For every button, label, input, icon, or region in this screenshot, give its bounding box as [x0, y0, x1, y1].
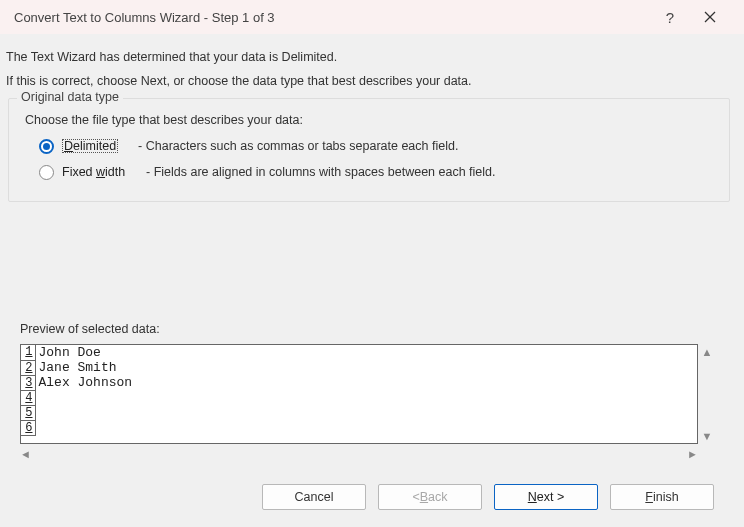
preview-box: 1John Doe2Jane Smith3Alex Johnson456 — [20, 344, 698, 444]
preview-area: 1John Doe2Jane Smith3Alex Johnson456 ▲ ▼ — [20, 344, 716, 444]
row-number: 4 — [21, 390, 35, 405]
row-value — [35, 420, 135, 435]
row-value: John Doe — [35, 345, 135, 360]
scroll-left-icon[interactable]: ◄ — [20, 448, 31, 460]
radio-fixed-indicator — [39, 165, 54, 180]
scroll-down-icon[interactable]: ▼ — [702, 430, 713, 442]
intro-text-2: If this is correct, choose Next, or choo… — [6, 74, 730, 88]
radio-delimited[interactable]: Delimited - Characters such as commas or… — [39, 135, 717, 157]
wizard-body: The Text Wizard has determined that your… — [0, 34, 744, 510]
finish-button[interactable]: Finish — [610, 484, 714, 510]
back-button[interactable]: < Back — [378, 484, 482, 510]
row-number: 1 — [21, 345, 35, 360]
choose-text: Choose the file type that best describes… — [25, 113, 717, 127]
row-number: 5 — [21, 405, 35, 420]
row-value: Jane Smith — [35, 360, 135, 375]
radio-delimited-desc: - Characters such as commas or tabs sepa… — [138, 139, 458, 153]
table-row: 1John Doe — [21, 345, 135, 360]
original-data-type-group: Original data type Choose the file type … — [8, 98, 730, 202]
cancel-button[interactable]: Cancel — [262, 484, 366, 510]
radio-delimited-label: Delimited — [62, 139, 118, 153]
scroll-up-icon[interactable]: ▲ — [702, 346, 713, 358]
table-row: 3Alex Johnson — [21, 375, 135, 390]
titlebar: Convert Text to Columns Wizard - Step 1 … — [0, 0, 744, 34]
close-button[interactable] — [690, 11, 730, 23]
wizard-buttons: Cancel < Back Next > Finish — [6, 462, 730, 510]
row-number: 2 — [21, 360, 35, 375]
radio-fixed-label: Fixed width — [62, 165, 146, 179]
scroll-right-icon[interactable]: ► — [687, 448, 698, 460]
row-number: 6 — [21, 420, 35, 435]
preview-table: 1John Doe2Jane Smith3Alex Johnson456 — [21, 345, 135, 436]
row-value: Alex Johnson — [35, 375, 135, 390]
row-value — [35, 405, 135, 420]
next-button[interactable]: Next > — [494, 484, 598, 510]
close-icon — [704, 11, 716, 23]
help-button[interactable]: ? — [650, 9, 690, 26]
table-row: 6 — [21, 420, 135, 435]
window-title: Convert Text to Columns Wizard - Step 1 … — [14, 10, 650, 25]
group-legend: Original data type — [17, 90, 123, 104]
row-value — [35, 390, 135, 405]
vertical-scrollbar[interactable]: ▲ ▼ — [698, 344, 716, 444]
radio-fixed-desc: - Fields are aligned in columns with spa… — [146, 165, 496, 179]
intro-text-1: The Text Wizard has determined that your… — [6, 50, 730, 64]
radio-fixed-width[interactable]: Fixed width - Fields are aligned in colu… — [39, 161, 717, 183]
table-row: 5 — [21, 405, 135, 420]
table-row: 4 — [21, 390, 135, 405]
row-number: 3 — [21, 375, 35, 390]
horizontal-scrollbar[interactable]: ◄ ► — [20, 446, 698, 462]
radio-delimited-indicator — [39, 139, 54, 154]
preview-label: Preview of selected data: — [20, 322, 730, 336]
table-row: 2Jane Smith — [21, 360, 135, 375]
